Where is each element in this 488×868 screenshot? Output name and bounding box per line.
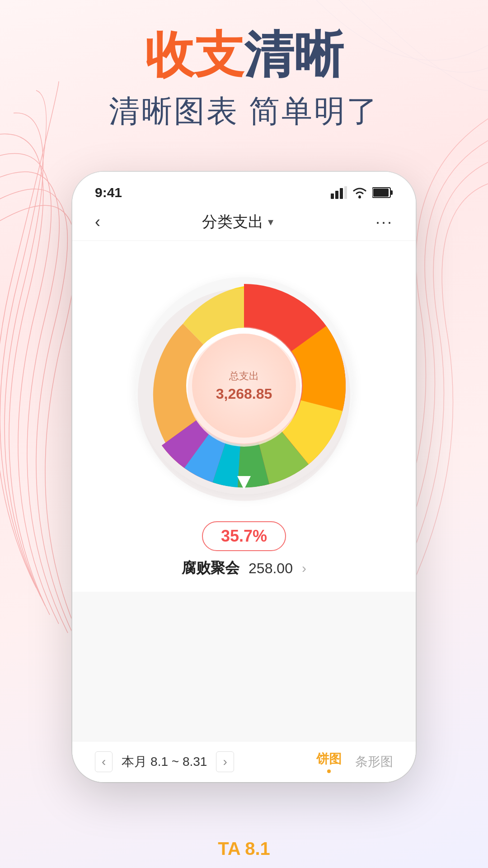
pie-chart-tab[interactable]: 饼图	[316, 750, 342, 773]
date-nav: ‹ 本月 8.1 ~ 8.31 ›	[95, 751, 234, 772]
chart-area: 总支出 3,268.85 35.7% 腐败聚会 258.00 ›	[72, 241, 416, 592]
pie-chart-label[interactable]: 饼图	[316, 750, 342, 768]
phone-inner: 9:41	[72, 172, 416, 782]
prev-date-button[interactable]: ‹	[95, 751, 113, 772]
percent-badge: 35.7%	[202, 521, 286, 551]
svg-rect-6	[390, 190, 393, 195]
chart-type-selector: 饼图 条形图	[316, 750, 393, 773]
svg-point-4	[358, 196, 361, 198]
signal-icon	[331, 186, 347, 199]
category-amount: 258.00	[249, 560, 293, 577]
status-bar: 9:41	[72, 172, 416, 203]
svg-rect-7	[373, 189, 389, 197]
header-section: 收支清晰 清晰图表 简单明了	[0, 27, 488, 132]
sub-title: 清晰图表 简单明了	[0, 91, 488, 132]
next-date-button[interactable]: ›	[216, 751, 234, 772]
donut-center-amount: 3,268.85	[216, 386, 272, 402]
category-arrow-icon[interactable]: ›	[302, 561, 306, 576]
wifi-icon	[352, 186, 368, 199]
main-title: 收支清晰	[0, 27, 488, 82]
date-label: 本月 8.1 ~ 8.31	[122, 753, 207, 770]
donut-center: 总支出 3,268.85	[192, 334, 296, 438]
status-time: 9:41	[95, 185, 122, 200]
category-info[interactable]: 腐败聚会 258.00 ›	[182, 558, 306, 578]
title-part1: 收支	[145, 27, 244, 82]
phone-mockup: 9:41	[72, 172, 416, 782]
nav-bar: ‹ 分类支出 ▾ ···	[72, 203, 416, 241]
svg-rect-1	[335, 191, 338, 199]
battery-icon	[372, 187, 393, 198]
nav-title-text: 分类支出	[202, 212, 263, 232]
back-button[interactable]: ‹	[95, 212, 100, 231]
status-icons	[331, 186, 393, 199]
svg-rect-0	[331, 193, 334, 199]
svg-rect-2	[340, 188, 343, 199]
donut-center-label: 总支出	[229, 369, 259, 383]
version-text: TA 8.1	[218, 839, 270, 859]
nav-more-button[interactable]: ···	[375, 212, 393, 231]
nav-title: 分类支出 ▾	[202, 212, 273, 232]
svg-rect-3	[344, 186, 347, 199]
nav-dropdown-arrow[interactable]: ▾	[268, 216, 273, 228]
bottom-bar: ‹ 本月 8.1 ~ 8.31 › 饼图 条形图	[72, 741, 416, 782]
category-name: 腐败聚会	[182, 558, 239, 578]
title-part2: 清晰	[244, 27, 343, 82]
bar-chart-label[interactable]: 条形图	[355, 753, 393, 770]
bar-chart-tab[interactable]: 条形图	[355, 753, 393, 770]
pie-active-indicator	[327, 769, 331, 773]
donut-chart-container: 总支出 3,268.85	[117, 259, 371, 512]
